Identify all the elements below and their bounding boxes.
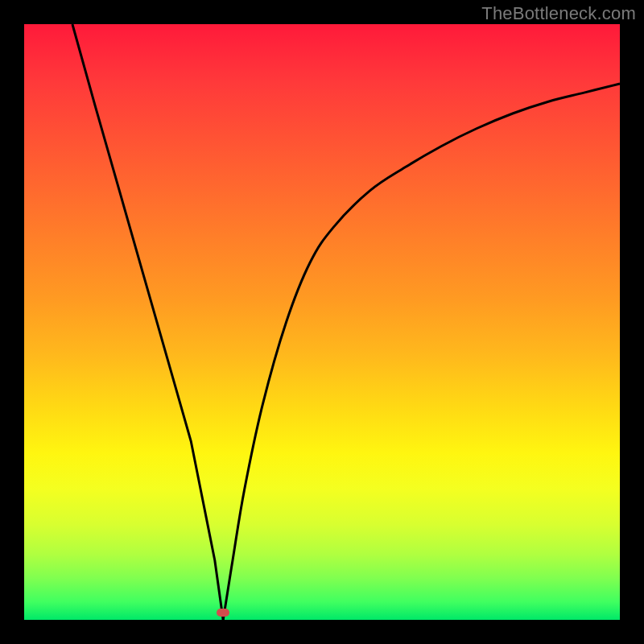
plot-area	[24, 24, 620, 620]
curve-right-branch	[223, 84, 620, 620]
bottleneck-curve	[24, 24, 620, 620]
chart-frame: TheBottleneck.com	[0, 0, 644, 644]
optimal-point-marker	[217, 609, 229, 617]
curve-left-branch	[72, 24, 223, 620]
watermark-text: TheBottleneck.com	[481, 3, 636, 24]
